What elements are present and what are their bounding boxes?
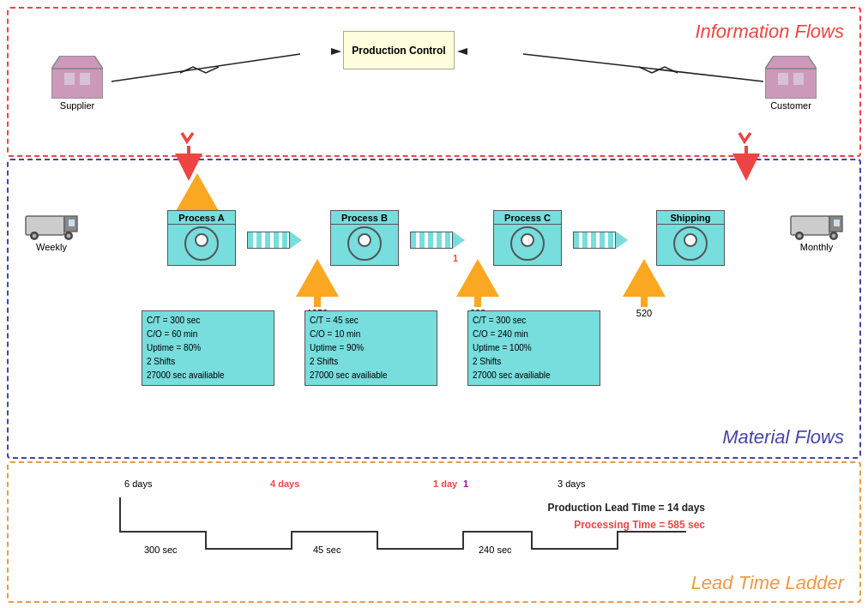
push-head-cs: [616, 232, 628, 249]
shipping-circle: [673, 226, 708, 261]
process-b-box: Process B: [330, 210, 399, 266]
triangle-shape-1: [176, 173, 219, 211]
info-flows-section: Information Flows Production Control Sup…: [7, 7, 861, 157]
svg-rect-3: [80, 73, 90, 85]
triangle-stem-2: [314, 297, 321, 307]
material-flows-label: Material Flows: [722, 426, 844, 448]
lt-sec-1: 300 sec: [144, 545, 178, 555]
lt-lead-time: Production Lead Time = 14 days: [547, 502, 705, 514]
material-flows-section: Material Flows Weekly Monthly: [7, 159, 861, 459]
svg-rect-6: [778, 73, 788, 85]
monthly-label: Monthly: [800, 242, 834, 252]
truck-icon-right: [787, 208, 847, 242]
weekly-label: Weekly: [36, 242, 67, 252]
inventory-triangle-3: 688: [456, 259, 499, 318]
process-a-title: Process A: [168, 213, 235, 225]
customer-icon: [765, 56, 817, 99]
shipping-inner: [684, 233, 697, 247]
process-c-circle: [510, 226, 545, 261]
info-a-co: C/O = 60 min: [147, 328, 269, 341]
push-stripes-ab: [247, 232, 290, 249]
push-stripes-bc: [410, 232, 453, 249]
info-box-a: C/T = 300 sec C/O = 60 min Uptime = 80% …: [142, 310, 274, 386]
process-c-title: Process C: [494, 213, 561, 225]
svg-line-10: [523, 54, 763, 81]
push-arrow-ab: [247, 232, 302, 249]
svg-rect-7: [793, 73, 804, 85]
info-b-co: C/O = 10 min: [310, 328, 432, 341]
process-a-circle: [184, 226, 219, 261]
svg-rect-19: [791, 216, 829, 235]
inventory-triangle-4: 520: [623, 259, 666, 318]
customer-label: Customer: [770, 100, 811, 111]
process-c-inner: [521, 233, 534, 247]
process-a-box: Process A: [167, 210, 236, 266]
info-flows-label: Information Flows: [695, 21, 844, 43]
info-b-avail: 27000 sec availiable: [310, 369, 432, 382]
svg-marker-5: [765, 56, 817, 69]
monthly-truck: Monthly: [787, 208, 847, 252]
process-a-rect: Process A: [167, 210, 236, 266]
info-a-uptime: Uptime = 80%: [147, 341, 269, 355]
leadtime-section: Lead Time Ladder 6 days 4 days 1 day 3 d…: [7, 461, 861, 603]
supplier-factory: Supplier: [51, 56, 103, 111]
triangle-stem-3: [474, 297, 481, 307]
info-box-b: C/T = 45 sec C/O = 10 min Uptime = 90% 2…: [304, 310, 437, 386]
process-b-title: Process B: [331, 213, 398, 225]
push-head-bc: [453, 232, 465, 249]
info-a-ct: C/T = 300 sec: [147, 314, 269, 328]
svg-marker-1: [51, 56, 103, 69]
svg-point-16: [33, 234, 37, 238]
info-a-shifts: 2 Shifts: [147, 355, 269, 369]
svg-point-25: [832, 234, 836, 238]
lt-days-2: 4 days: [270, 479, 299, 489]
svg-rect-0: [51, 69, 103, 99]
svg-point-23: [798, 234, 802, 238]
production-control-box: Production Control: [343, 31, 455, 69]
info-c-ct: C/T = 300 sec: [473, 314, 595, 328]
svg-marker-11: [457, 48, 467, 55]
triangle-stem-4: [641, 297, 648, 307]
production-control-text: Production Control: [352, 45, 445, 57]
push-head-ab: [290, 232, 302, 249]
push-arrow-bc: [410, 232, 465, 249]
svg-marker-9: [331, 48, 341, 55]
lt-days-4: 3 days: [558, 479, 585, 489]
shipping-title: Shipping: [657, 213, 724, 225]
inv-note: 1: [453, 253, 458, 263]
process-a-inner: [195, 233, 208, 247]
lt-sec-2: 45 sec: [313, 545, 341, 555]
lt-note-1: 1: [463, 479, 468, 489]
svg-rect-21: [834, 220, 840, 226]
info-b-uptime: Uptime = 90%: [310, 341, 432, 355]
info-c-co: C/O = 240 min: [473, 328, 595, 341]
weekly-truck: Weekly: [21, 208, 81, 252]
svg-point-18: [67, 234, 71, 238]
shipping-box: Shipping: [656, 210, 725, 266]
svg-rect-14: [69, 220, 75, 226]
process-b-inner: [358, 233, 371, 247]
info-a-avail: 27000 sec availiable: [147, 369, 269, 382]
info-b-shifts: 2 Shifts: [310, 355, 432, 369]
info-b-ct: C/T = 45 sec: [310, 314, 432, 328]
lt-sec-3: 240 sec: [479, 545, 512, 555]
svg-line-8: [112, 54, 300, 81]
process-c-box: Process C: [493, 210, 562, 266]
process-b-circle: [347, 226, 382, 261]
inventory-label-4: 520: [636, 308, 652, 318]
push-stripes-cs: [573, 232, 616, 249]
info-box-c: C/T = 300 sec C/O = 240 min Uptime = 100…: [467, 310, 600, 386]
inventory-triangle-2: 1250: [296, 259, 339, 318]
svg-rect-2: [64, 73, 75, 85]
customer-factory: Customer: [765, 56, 817, 111]
info-c-avail: 27000 sec availiable: [473, 369, 595, 382]
lt-processing: Processing Time = 585 sec: [574, 519, 705, 531]
push-arrow-cs: [573, 232, 628, 249]
info-c-shifts: 2 Shifts: [473, 355, 595, 369]
info-c-uptime: Uptime = 100%: [473, 341, 595, 355]
truck-icon-left: [21, 208, 81, 242]
supplier-icon: [51, 56, 103, 99]
process-c-rect: Process C: [493, 210, 562, 266]
process-b-rect: Process B: [330, 210, 399, 266]
lt-days-1: 6 days: [124, 479, 152, 489]
